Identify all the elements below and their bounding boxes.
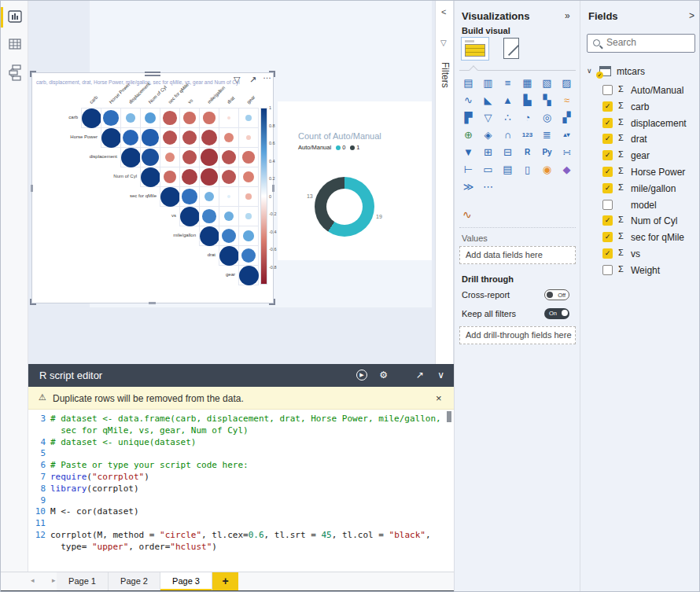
resize-handle[interactable]: [269, 71, 275, 77]
field-name[interactable]: Auto/Manual: [631, 85, 683, 96]
gauge-icon[interactable]: ∩: [498, 127, 518, 144]
field-name[interactable]: Horse Power: [631, 167, 685, 178]
collapse-visualizations-icon[interactable]: »: [565, 10, 570, 21]
field-checkbox[interactable]: [602, 265, 613, 275]
kpi-icon[interactable]: ▴▾: [557, 127, 577, 144]
smart-narrative-icon[interactable]: ▤: [498, 161, 518, 178]
matrix-icon[interactable]: ⊟: [498, 144, 518, 161]
map-icon[interactable]: ⊕: [459, 127, 478, 144]
line-and-clustered-column-chart-icon[interactable]: ▚: [537, 92, 557, 109]
run-script-icon[interactable]: ▶: [356, 370, 367, 381]
multi-row-card-icon[interactable]: ≣: [537, 127, 557, 144]
paginated-report-icon[interactable]: ▯: [518, 161, 537, 178]
slicer-icon[interactable]: ▼: [459, 144, 478, 161]
table-icon[interactable]: ⊞: [478, 144, 498, 161]
r-script-editor-header[interactable]: R script editor ▶ ⚙ ↗ ∨: [28, 364, 454, 387]
field-row[interactable]: ✓Σvs: [580, 246, 700, 262]
field-checkbox[interactable]: ✓: [602, 167, 613, 177]
expand-table-caret-icon[interactable]: ∨: [587, 67, 592, 75]
pie-chart-icon[interactable]: ◔: [518, 109, 537, 127]
page-tab-3[interactable]: Page 3: [160, 572, 212, 591]
field-row[interactable]: ✓ΣNum of Cyl: [580, 213, 700, 229]
collapse-editor-icon[interactable]: ∨: [437, 370, 444, 381]
field-row[interactable]: ✓Σgear: [580, 148, 700, 164]
field-name[interactable]: drat: [631, 134, 647, 145]
field-name[interactable]: carb: [631, 101, 649, 112]
custom-visual-icon[interactable]: ∿: [462, 208, 472, 221]
q-and-a-icon[interactable]: ▭: [478, 161, 498, 178]
clustered-column-chart-icon[interactable]: ▦: [518, 75, 537, 92]
r-script-corrplot-visual[interactable]: ▽ ↗ … carb, displacement, drat, Horse Po…: [32, 73, 273, 303]
field-name[interactable]: displacement: [631, 118, 687, 129]
decomposition-tree-icon[interactable]: ⊢: [459, 161, 478, 178]
stacked-column-chart-icon[interactable]: ▥: [478, 75, 498, 92]
legend-item-label[interactable]: 1: [356, 144, 359, 151]
resize-handle[interactable]: [149, 302, 156, 304]
field-name[interactable]: sec for qMile: [631, 232, 684, 243]
page-tab-1[interactable]: Page 1: [57, 572, 109, 591]
resize-handle[interactable]: [30, 299, 36, 305]
page-tab-2[interactable]: Page 2: [109, 572, 160, 591]
scatter-chart-icon[interactable]: ∴: [498, 109, 518, 127]
field-row[interactable]: ✓Σmile/gallon: [580, 181, 700, 197]
hundred-stacked-column-chart-icon[interactable]: ▨: [557, 75, 577, 92]
model-view-icon[interactable]: [7, 64, 23, 79]
clustered-bar-chart-icon[interactable]: ≡: [498, 75, 518, 92]
r-script-visual-icon[interactable]: R: [518, 144, 537, 161]
filters-pane-collapsed[interactable]: < ▽ Filters: [435, 1, 454, 364]
resize-handle[interactable]: [272, 185, 274, 192]
field-checkbox[interactable]: ✓: [602, 248, 613, 259]
resize-handle[interactable]: [269, 299, 275, 305]
treemap-icon[interactable]: ▞: [557, 109, 577, 127]
expand-filters-icon[interactable]: <: [441, 7, 446, 17]
field-name[interactable]: gear: [631, 150, 650, 161]
resize-handle[interactable]: [30, 71, 36, 77]
arcgis-map-icon[interactable]: ◉: [537, 161, 557, 178]
field-row[interactable]: ✓Σcarb: [580, 99, 700, 115]
editor-scrollbar[interactable]: [447, 411, 451, 422]
field-row[interactable]: ✓Σsec for qMile: [580, 230, 700, 245]
collapse-fields-icon[interactable]: >: [689, 10, 694, 21]
build-visual-tab[interactable]: [461, 37, 489, 61]
field-checkbox[interactable]: ✓: [602, 134, 613, 144]
get-more-visuals-icon[interactable]: ⋯: [478, 178, 498, 196]
field-name[interactable]: Num of Cyl: [631, 215, 677, 226]
key-influencers-icon[interactable]: ∺: [557, 144, 577, 161]
waterfall-chart-icon[interactable]: ▛: [459, 109, 478, 127]
donut-chart-icon[interactable]: ◎: [537, 109, 557, 127]
script-code-area[interactable]: 3# dataset <- data.frame(carb, displacem…: [28, 410, 454, 572]
hundred-stacked-bar-chart-icon[interactable]: ▧: [537, 75, 557, 92]
field-search-box[interactable]: [587, 34, 695, 53]
script-options-gear-icon[interactable]: ⚙: [379, 370, 388, 381]
power-automate-icon[interactable]: ≫: [459, 178, 478, 196]
open-external-ide-icon[interactable]: ↗: [416, 370, 424, 381]
field-checkbox[interactable]: [602, 200, 613, 210]
field-checkbox[interactable]: [602, 85, 613, 95]
data-view-icon[interactable]: [7, 36, 23, 52]
funnel-chart-icon[interactable]: ▽: [478, 109, 498, 127]
area-chart-icon[interactable]: ◣: [478, 92, 498, 109]
donut-chart-visual[interactable]: Count of Auto/Manual Auto/Manual01 1913: [278, 101, 432, 260]
line-and-stacked-column-chart-icon[interactable]: ▙: [518, 92, 537, 109]
field-checkbox[interactable]: ✓: [602, 183, 613, 193]
field-row[interactable]: ✓ΣHorse Power: [580, 164, 700, 180]
power-apps-icon[interactable]: ◆: [557, 161, 577, 178]
ribbon-chart-icon[interactable]: ≈: [557, 92, 577, 109]
field-checkbox[interactable]: ✓: [602, 232, 613, 242]
field-name[interactable]: vs: [631, 248, 640, 259]
field-row[interactable]: ✓Σdrat: [580, 131, 700, 147]
stacked-bar-chart-icon[interactable]: ▤: [459, 75, 478, 92]
search-input[interactable]: [606, 37, 691, 48]
report-canvas[interactable]: ▽ ↗ … carb, displacement, drat, Horse Po…: [28, 1, 435, 364]
legend-item-label[interactable]: 0: [342, 144, 345, 151]
field-checkbox[interactable]: ✓: [602, 150, 613, 160]
cross-report-toggle[interactable]: Off: [544, 289, 569, 300]
field-row[interactable]: ΣWeight: [580, 263, 700, 278]
close-warning-icon[interactable]: ×: [436, 392, 442, 404]
field-name[interactable]: Weight: [631, 265, 660, 276]
field-row[interactable]: model: [580, 197, 700, 213]
field-row[interactable]: ΣAuto/Manual: [580, 83, 700, 98]
filled-map-icon[interactable]: ◈: [478, 127, 498, 144]
add-page-button[interactable]: +: [212, 572, 238, 591]
keep-all-filters-toggle[interactable]: On: [544, 308, 569, 319]
